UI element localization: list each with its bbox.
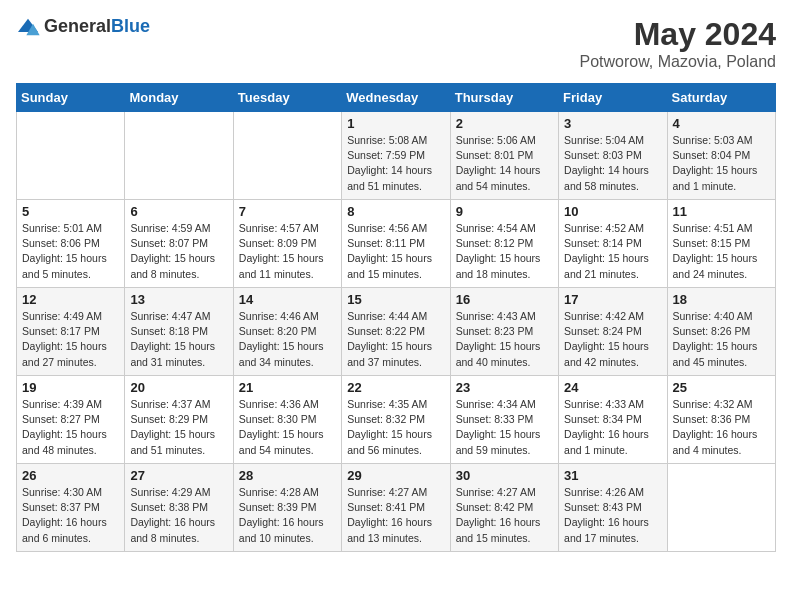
day-number: 14 [239, 292, 336, 307]
day-info: Sunrise: 4:44 AM Sunset: 8:22 PM Dayligh… [347, 309, 444, 370]
day-info: Sunrise: 4:37 AM Sunset: 8:29 PM Dayligh… [130, 397, 227, 458]
calendar-cell: 5Sunrise: 5:01 AM Sunset: 8:06 PM Daylig… [17, 200, 125, 288]
calendar-cell: 2Sunrise: 5:06 AM Sunset: 8:01 PM Daylig… [450, 112, 558, 200]
calendar-cell: 7Sunrise: 4:57 AM Sunset: 8:09 PM Daylig… [233, 200, 341, 288]
calendar-cell: 12Sunrise: 4:49 AM Sunset: 8:17 PM Dayli… [17, 288, 125, 376]
day-info: Sunrise: 4:28 AM Sunset: 8:39 PM Dayligh… [239, 485, 336, 546]
day-number: 7 [239, 204, 336, 219]
day-number: 28 [239, 468, 336, 483]
logo-icon [16, 17, 40, 37]
calendar-cell: 26Sunrise: 4:30 AM Sunset: 8:37 PM Dayli… [17, 464, 125, 552]
calendar-cell: 8Sunrise: 4:56 AM Sunset: 8:11 PM Daylig… [342, 200, 450, 288]
day-number: 30 [456, 468, 553, 483]
calendar-cell [667, 464, 775, 552]
calendar-cell: 13Sunrise: 4:47 AM Sunset: 8:18 PM Dayli… [125, 288, 233, 376]
calendar-cell: 1Sunrise: 5:08 AM Sunset: 7:59 PM Daylig… [342, 112, 450, 200]
col-header-sunday: Sunday [17, 84, 125, 112]
logo: GeneralBlue [16, 16, 150, 37]
col-header-wednesday: Wednesday [342, 84, 450, 112]
logo-blue: Blue [111, 16, 150, 36]
calendar-week-2: 5Sunrise: 5:01 AM Sunset: 8:06 PM Daylig… [17, 200, 776, 288]
day-number: 18 [673, 292, 770, 307]
calendar-cell: 22Sunrise: 4:35 AM Sunset: 8:32 PM Dayli… [342, 376, 450, 464]
day-number: 6 [130, 204, 227, 219]
day-info: Sunrise: 4:29 AM Sunset: 8:38 PM Dayligh… [130, 485, 227, 546]
calendar-cell: 4Sunrise: 5:03 AM Sunset: 8:04 PM Daylig… [667, 112, 775, 200]
calendar-table: SundayMondayTuesdayWednesdayThursdayFrid… [16, 83, 776, 552]
day-info: Sunrise: 4:51 AM Sunset: 8:15 PM Dayligh… [673, 221, 770, 282]
day-number: 25 [673, 380, 770, 395]
calendar-cell: 18Sunrise: 4:40 AM Sunset: 8:26 PM Dayli… [667, 288, 775, 376]
day-number: 19 [22, 380, 119, 395]
calendar-cell: 14Sunrise: 4:46 AM Sunset: 8:20 PM Dayli… [233, 288, 341, 376]
calendar-cell: 25Sunrise: 4:32 AM Sunset: 8:36 PM Dayli… [667, 376, 775, 464]
calendar-cell: 31Sunrise: 4:26 AM Sunset: 8:43 PM Dayli… [559, 464, 667, 552]
day-info: Sunrise: 5:08 AM Sunset: 7:59 PM Dayligh… [347, 133, 444, 194]
day-info: Sunrise: 5:03 AM Sunset: 8:04 PM Dayligh… [673, 133, 770, 194]
day-info: Sunrise: 4:56 AM Sunset: 8:11 PM Dayligh… [347, 221, 444, 282]
day-info: Sunrise: 4:36 AM Sunset: 8:30 PM Dayligh… [239, 397, 336, 458]
calendar-cell: 28Sunrise: 4:28 AM Sunset: 8:39 PM Dayli… [233, 464, 341, 552]
calendar-week-4: 19Sunrise: 4:39 AM Sunset: 8:27 PM Dayli… [17, 376, 776, 464]
title-block: May 2024 Potworow, Mazovia, Poland [579, 16, 776, 71]
day-number: 3 [564, 116, 661, 131]
calendar-cell: 15Sunrise: 4:44 AM Sunset: 8:22 PM Dayli… [342, 288, 450, 376]
day-number: 16 [456, 292, 553, 307]
day-number: 9 [456, 204, 553, 219]
day-info: Sunrise: 5:06 AM Sunset: 8:01 PM Dayligh… [456, 133, 553, 194]
day-info: Sunrise: 4:42 AM Sunset: 8:24 PM Dayligh… [564, 309, 661, 370]
day-info: Sunrise: 4:49 AM Sunset: 8:17 PM Dayligh… [22, 309, 119, 370]
calendar-cell: 24Sunrise: 4:33 AM Sunset: 8:34 PM Dayli… [559, 376, 667, 464]
day-info: Sunrise: 4:35 AM Sunset: 8:32 PM Dayligh… [347, 397, 444, 458]
day-info: Sunrise: 4:59 AM Sunset: 8:07 PM Dayligh… [130, 221, 227, 282]
day-info: Sunrise: 4:43 AM Sunset: 8:23 PM Dayligh… [456, 309, 553, 370]
calendar-week-5: 26Sunrise: 4:30 AM Sunset: 8:37 PM Dayli… [17, 464, 776, 552]
day-info: Sunrise: 4:30 AM Sunset: 8:37 PM Dayligh… [22, 485, 119, 546]
col-header-saturday: Saturday [667, 84, 775, 112]
calendar-cell: 20Sunrise: 4:37 AM Sunset: 8:29 PM Dayli… [125, 376, 233, 464]
main-title: May 2024 [579, 16, 776, 53]
day-info: Sunrise: 5:01 AM Sunset: 8:06 PM Dayligh… [22, 221, 119, 282]
day-info: Sunrise: 4:34 AM Sunset: 8:33 PM Dayligh… [456, 397, 553, 458]
calendar-cell: 23Sunrise: 4:34 AM Sunset: 8:33 PM Dayli… [450, 376, 558, 464]
day-number: 8 [347, 204, 444, 219]
day-info: Sunrise: 4:40 AM Sunset: 8:26 PM Dayligh… [673, 309, 770, 370]
day-number: 5 [22, 204, 119, 219]
calendar-cell: 6Sunrise: 4:59 AM Sunset: 8:07 PM Daylig… [125, 200, 233, 288]
calendar-cell: 3Sunrise: 5:04 AM Sunset: 8:03 PM Daylig… [559, 112, 667, 200]
calendar-cell: 16Sunrise: 4:43 AM Sunset: 8:23 PM Dayli… [450, 288, 558, 376]
day-number: 23 [456, 380, 553, 395]
calendar-cell: 9Sunrise: 4:54 AM Sunset: 8:12 PM Daylig… [450, 200, 558, 288]
calendar-cell [125, 112, 233, 200]
day-number: 15 [347, 292, 444, 307]
day-number: 22 [347, 380, 444, 395]
calendar-header-row: SundayMondayTuesdayWednesdayThursdayFrid… [17, 84, 776, 112]
day-info: Sunrise: 4:57 AM Sunset: 8:09 PM Dayligh… [239, 221, 336, 282]
day-info: Sunrise: 4:46 AM Sunset: 8:20 PM Dayligh… [239, 309, 336, 370]
calendar-cell: 30Sunrise: 4:27 AM Sunset: 8:42 PM Dayli… [450, 464, 558, 552]
calendar-cell [233, 112, 341, 200]
day-number: 12 [22, 292, 119, 307]
page-header: GeneralBlue May 2024 Potworow, Mazovia, … [16, 16, 776, 71]
day-info: Sunrise: 4:33 AM Sunset: 8:34 PM Dayligh… [564, 397, 661, 458]
day-number: 20 [130, 380, 227, 395]
calendar-cell: 17Sunrise: 4:42 AM Sunset: 8:24 PM Dayli… [559, 288, 667, 376]
calendar-week-1: 1Sunrise: 5:08 AM Sunset: 7:59 PM Daylig… [17, 112, 776, 200]
day-number: 29 [347, 468, 444, 483]
day-number: 10 [564, 204, 661, 219]
col-header-thursday: Thursday [450, 84, 558, 112]
logo-text: GeneralBlue [44, 16, 150, 37]
calendar-cell: 21Sunrise: 4:36 AM Sunset: 8:30 PM Dayli… [233, 376, 341, 464]
day-number: 24 [564, 380, 661, 395]
day-info: Sunrise: 4:39 AM Sunset: 8:27 PM Dayligh… [22, 397, 119, 458]
col-header-friday: Friday [559, 84, 667, 112]
logo-general: General [44, 16, 111, 36]
calendar-cell: 10Sunrise: 4:52 AM Sunset: 8:14 PM Dayli… [559, 200, 667, 288]
day-info: Sunrise: 4:54 AM Sunset: 8:12 PM Dayligh… [456, 221, 553, 282]
col-header-monday: Monday [125, 84, 233, 112]
day-number: 1 [347, 116, 444, 131]
day-number: 11 [673, 204, 770, 219]
calendar-cell: 27Sunrise: 4:29 AM Sunset: 8:38 PM Dayli… [125, 464, 233, 552]
calendar-cell: 29Sunrise: 4:27 AM Sunset: 8:41 PM Dayli… [342, 464, 450, 552]
calendar-cell: 11Sunrise: 4:51 AM Sunset: 8:15 PM Dayli… [667, 200, 775, 288]
